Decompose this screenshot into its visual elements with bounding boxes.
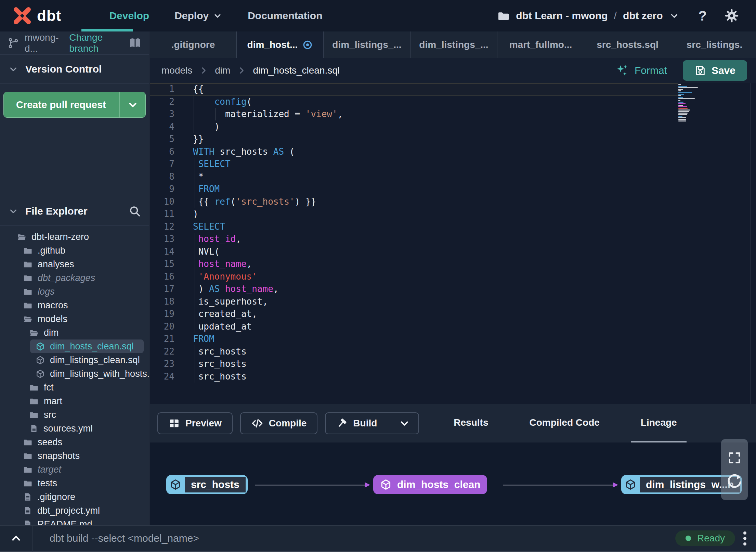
code-line[interactable]: 21FROM xyxy=(150,333,678,345)
tree-folder--github[interactable]: .github xyxy=(0,244,149,257)
tree-file-dim-hosts-clean-sql[interactable]: dim_hosts_clean.sql xyxy=(30,339,144,353)
code-line[interactable]: 3 materialized = 'view', xyxy=(150,108,678,120)
status-dot xyxy=(686,536,691,541)
lineage-node-src-hosts[interactable]: src_hosts xyxy=(166,475,248,494)
folder-icon xyxy=(497,10,510,22)
branch-name[interactable]: mwong-d... xyxy=(25,32,64,54)
tree-file-dbt-project-yml[interactable]: dbt_project.yml xyxy=(0,504,149,517)
tree-file-readme-md[interactable]: README.md xyxy=(0,517,149,525)
save-button[interactable]: Save xyxy=(683,60,747,81)
tree-file-dim-listings-with-hosts-[interactable]: dim_listings_with_hosts... xyxy=(0,367,149,381)
tree-folder-src[interactable]: src xyxy=(0,408,149,422)
lineage-edge xyxy=(503,485,613,486)
tree-file-dim-listings-clean-sql[interactable]: dim_listings_clean.sql xyxy=(0,353,149,367)
tree-folder-models[interactable]: models xyxy=(0,312,149,326)
editor-minimap[interactable] xyxy=(678,84,723,122)
editor-tab[interactable]: .gitignore xyxy=(150,31,237,58)
code-line[interactable]: 14 NVL( xyxy=(150,245,678,258)
tree-folder-macros[interactable]: macros xyxy=(0,298,149,312)
code-line[interactable]: 16 'Anonymous' xyxy=(150,270,678,283)
code-line[interactable]: 10 {{ ref('src_hosts') }} xyxy=(150,195,678,208)
code-line[interactable]: 17 ) AS host_name, xyxy=(150,283,678,295)
editor-tab[interactable]: dim_host... xyxy=(237,31,324,58)
tree-folder-snapshots[interactable]: snapshots xyxy=(0,449,149,463)
lineage-node-dim-hosts-clean[interactable]: dim_hosts_clean xyxy=(373,475,487,494)
code-line[interactable]: 7 SELECT xyxy=(150,158,678,170)
editor-tab[interactable]: dim_listings_... xyxy=(410,31,497,58)
nav-item-develop[interactable]: Develop xyxy=(109,0,149,31)
chevron-up-icon[interactable] xyxy=(0,532,32,544)
change-branch-link[interactable]: Change branch xyxy=(69,32,123,54)
code-line[interactable]: 22 src_hosts xyxy=(150,345,678,358)
book-icon[interactable] xyxy=(129,37,142,50)
kebab-menu-icon[interactable] xyxy=(735,531,756,545)
refresh-icon[interactable] xyxy=(726,473,743,491)
help-icon[interactable]: ? xyxy=(699,8,707,24)
code-line[interactable]: 20 updated_at xyxy=(150,320,678,333)
code-line[interactable]: 23 src_hosts xyxy=(150,358,678,370)
tree-folder-dbt-learn-zero[interactable]: dbt-learn-zero xyxy=(0,230,149,244)
code-line[interactable]: 1{{ xyxy=(150,83,678,95)
create-pr-button[interactable]: Create pull request xyxy=(4,92,119,117)
code-line[interactable]: 9 FROM xyxy=(150,183,678,195)
code-line[interactable]: 19 created_at, xyxy=(150,308,678,320)
code-line[interactable]: 8 * xyxy=(150,170,678,183)
panel-tab-compiled-code[interactable]: Compiled Code xyxy=(520,404,609,442)
code-line[interactable]: 18 is_superhost, xyxy=(150,295,678,308)
dbt-logo[interactable]: dbt xyxy=(0,6,75,26)
tree-folder-target[interactable]: target xyxy=(0,463,149,476)
nav-item-deploy[interactable]: Deploy xyxy=(174,0,222,31)
save-label: Save xyxy=(712,65,735,76)
code-line[interactable]: 15 host_name, xyxy=(150,258,678,270)
panel-tab-lineage[interactable]: Lineage xyxy=(631,404,687,442)
nav-item-documentation[interactable]: Documentation xyxy=(248,0,322,31)
lineage-controls xyxy=(721,439,748,500)
build-button[interactable]: Build xyxy=(325,412,419,434)
tree-folder-seeds[interactable]: seeds xyxy=(0,435,149,449)
tree-folder-logs[interactable]: logs xyxy=(0,285,149,298)
gear-icon[interactable] xyxy=(725,9,739,23)
search-icon[interactable] xyxy=(129,205,141,217)
tree-file-sources-yml[interactable]: sources.yml xyxy=(0,422,149,435)
editor-tab[interactable]: dim_listings_... xyxy=(324,31,410,58)
compile-button[interactable]: Compile xyxy=(240,412,317,434)
code-line[interactable]: 24 src_hosts xyxy=(150,370,678,383)
breadcrumb-segment[interactable]: models xyxy=(161,65,192,76)
editor-scrollbar[interactable] xyxy=(750,83,751,404)
tree-folder-dbt-packages[interactable]: dbt_packages xyxy=(0,271,149,285)
create-pr-dropdown[interactable] xyxy=(119,92,145,117)
breadcrumb-segment[interactable]: dim_hosts_clean.sql xyxy=(253,65,340,76)
model-cube-icon xyxy=(36,342,45,351)
code-line[interactable]: 5}} xyxy=(150,133,678,145)
editor-tab[interactable]: src_hosts.sql xyxy=(584,31,671,58)
code-line[interactable]: 6WITH src_hosts AS ( xyxy=(150,145,678,158)
code-line[interactable]: 4 ) xyxy=(150,120,678,133)
fullscreen-icon[interactable] xyxy=(727,451,742,465)
code-line[interactable]: 2 config( xyxy=(150,95,678,108)
panel-tab-results[interactable]: Results xyxy=(444,404,498,442)
code-editor[interactable]: 1{{2 config(3 materialized = 'view',4 )5… xyxy=(150,83,756,404)
tree-folder-mart[interactable]: mart xyxy=(0,394,149,408)
format-button[interactable]: Format xyxy=(605,64,677,77)
tree-folder-fct[interactable]: fct xyxy=(0,381,149,394)
code-line[interactable]: 11) xyxy=(150,208,678,220)
version-control-header[interactable]: Version Control xyxy=(0,55,149,84)
tree-item-label: tests xyxy=(38,478,57,489)
tree-folder-dim[interactable]: dim xyxy=(0,326,149,339)
tree-folder-analyses[interactable]: analyses xyxy=(0,257,149,271)
tree-file--gitignore[interactable]: .gitignore xyxy=(0,490,149,504)
command-input[interactable]: dbt build --select <model_name> xyxy=(50,532,199,544)
code-line[interactable]: 12SELECT xyxy=(150,220,678,233)
editor-tab[interactable]: src_listings. xyxy=(671,31,756,58)
file-explorer-header[interactable]: File Explorer xyxy=(0,197,149,226)
tree-folder-tests[interactable]: tests xyxy=(0,476,149,490)
tree-item-label: dim xyxy=(44,328,59,338)
build-dropdown[interactable] xyxy=(390,413,418,434)
tree-item-label: README.md xyxy=(37,519,92,526)
lineage-canvas[interactable]: src_hostsdim_hosts_cleandim_listings_w..… xyxy=(150,442,756,525)
editor-tab[interactable]: mart_fullmo... xyxy=(497,31,584,58)
breadcrumb-segment[interactable]: dim xyxy=(215,65,230,76)
project-selector[interactable]: dbt Learn - mwong / dbt zero xyxy=(497,10,679,22)
preview-button[interactable]: Preview xyxy=(157,412,233,434)
code-line[interactable]: 13 host_id, xyxy=(150,233,678,245)
